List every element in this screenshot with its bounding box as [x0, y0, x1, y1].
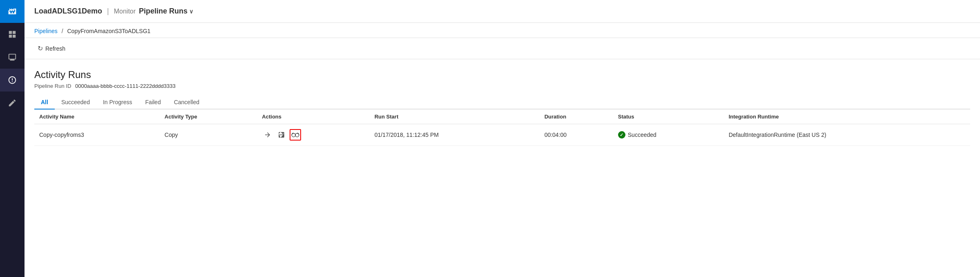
filter-tabs: All Succeeded In Progress Failed Cancell… — [34, 96, 970, 109]
workspace-title: LoadADLSG1Demo — [34, 7, 102, 16]
pipeline-run-id-value: 0000aaaa-bbbb-cccc-1111-2222dddd3333 — [75, 83, 176, 89]
monitor-icon — [8, 53, 17, 62]
status-label: Succeeded — [628, 132, 656, 138]
col-actions: Actions — [257, 109, 369, 124]
status-succeeded: ✓ Succeeded — [618, 131, 719, 138]
refresh-label: Refresh — [45, 45, 65, 52]
col-activity-name: Activity Name — [34, 109, 160, 124]
glasses-icon — [291, 132, 299, 138]
sidebar-item-monitor[interactable] — [0, 46, 25, 69]
overview-icon — [8, 30, 17, 39]
chevron-down-icon[interactable]: ∨ — [189, 8, 193, 15]
monitor-label: Monitor — [114, 8, 136, 15]
arrow-right-icon — [264, 131, 271, 138]
col-integration-runtime: Integration Runtime — [724, 109, 970, 124]
cell-activity-type: Copy — [160, 124, 257, 146]
refresh-button[interactable]: ↻ Refresh — [34, 43, 69, 54]
top-bar-separator: | — [107, 7, 109, 16]
col-run-start: Run Start — [370, 109, 540, 124]
svg-rect-2 — [14, 12, 15, 13]
sidebar-item-activity[interactable] — [0, 69, 25, 92]
col-activity-type: Activity Type — [160, 109, 257, 124]
input-action-button[interactable] — [262, 129, 273, 141]
status-check-icon: ✓ — [618, 131, 625, 138]
tab-failed[interactable]: Failed — [139, 96, 167, 109]
cell-actions — [257, 124, 369, 146]
sidebar — [0, 0, 25, 277]
details-action-button[interactable] — [290, 129, 301, 141]
breadcrumb-separator: / — [62, 28, 63, 34]
cell-activity-name: Copy-copyfroms3 — [34, 124, 160, 146]
breadcrumb: Pipelines / CopyFromAmazonS3ToADLSG1 — [34, 28, 970, 34]
pipeline-run-id-row: Pipeline Run ID 0000aaaa-bbbb-cccc-1111-… — [34, 83, 970, 89]
cell-integration-runtime: DefaultIntegrationRuntime (East US 2) — [724, 124, 970, 146]
sidebar-logo — [0, 0, 25, 23]
table-header-row: Activity Name Activity Type Actions Run … — [34, 109, 970, 124]
sidebar-item-edit[interactable] — [0, 92, 25, 114]
svg-rect-0 — [9, 12, 10, 13]
tab-succeeded[interactable]: Succeeded — [55, 96, 96, 109]
breadcrumb-bar: Pipelines / CopyFromAmazonS3ToADLSG1 — [25, 23, 980, 38]
pipelines-breadcrumb-link[interactable]: Pipelines — [34, 28, 58, 34]
breadcrumb-current-page: CopyFromAmazonS3ToADLSG1 — [67, 28, 151, 34]
svg-rect-1 — [12, 12, 13, 13]
tab-all[interactable]: All — [34, 96, 55, 109]
output-action-button[interactable] — [276, 129, 287, 141]
top-bar: LoadADLSG1Demo | Monitor Pipeline Runs ∨ — [25, 0, 980, 23]
refresh-icon: ↻ — [38, 45, 43, 52]
edit-icon — [8, 98, 17, 107]
cell-duration: 00:04:00 — [540, 124, 613, 146]
factory-icon — [7, 6, 18, 17]
page-title: Activity Runs — [34, 69, 970, 80]
toolbar: ↻ Refresh — [25, 38, 980, 59]
pipeline-runs-label: Pipeline Runs ∨ — [139, 7, 193, 16]
col-status: Status — [613, 109, 724, 124]
tab-cancelled[interactable]: Cancelled — [167, 96, 206, 109]
sidebar-item-overview[interactable] — [0, 23, 25, 46]
cell-status: ✓ Succeeded — [613, 124, 724, 146]
table-row: Copy-copyfroms3 Copy — [34, 124, 970, 146]
activity-runs-table: Activity Name Activity Type Actions Run … — [34, 109, 970, 146]
cell-run-start: 01/17/2018, 11:12:45 PM — [370, 124, 540, 146]
col-duration: Duration — [540, 109, 613, 124]
tab-in-progress[interactable]: In Progress — [96, 96, 139, 109]
activity-icon — [8, 76, 17, 85]
arrow-out-icon — [278, 131, 285, 138]
main-content: LoadADLSG1Demo | Monitor Pipeline Runs ∨… — [25, 0, 980, 277]
pipeline-run-id-label: Pipeline Run ID — [34, 83, 71, 89]
page-content: Activity Runs Pipeline Run ID 0000aaaa-b… — [25, 59, 980, 277]
action-icons — [262, 129, 364, 141]
